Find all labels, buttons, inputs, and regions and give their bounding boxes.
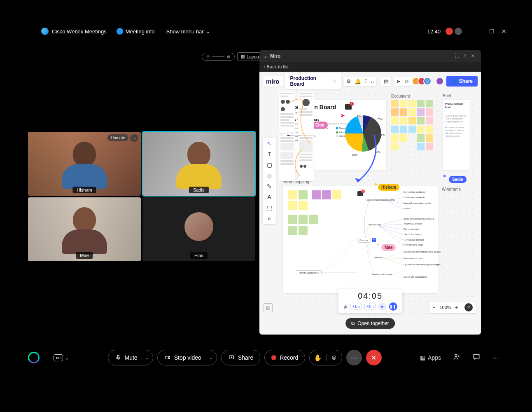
zoom-out-button[interactable]: − [433,305,435,310]
mindmap-leaf[interactable]: Homepage banner [404,239,424,241]
mindmap-branch[interactable]: Product education [372,273,392,276]
participant-tile-hisham[interactable]: Unmute ⋯ Hisham [28,132,141,196]
close-button[interactable]: ✕ [501,28,507,35]
participant-tile-mae[interactable]: Mae [28,197,141,261]
captions-button[interactable]: cc ⌄ [54,354,69,361]
miro-logo[interactable]: miro [263,76,283,87]
help-button[interactable]: ? [464,303,473,311]
timer-pause-button[interactable]: ❚❚ [389,302,397,311]
meeting-info-button[interactable]: Meeting info [126,28,155,35]
mindmap-branch[interactable]: Website [374,256,383,259]
user-avatar[interactable] [436,77,443,85]
app-title: Cisco Webex Meetings [52,28,107,35]
add-node-button[interactable]: + [372,238,376,242]
participants-icon[interactable] [453,353,461,363]
brief-frame[interactable]: Brief Product design brief ▪ Lorem ipsum… [443,100,470,170]
lock-indicator[interactable] [455,28,462,35]
mute-button[interactable]: Mute ⌄ [108,350,153,365]
expand-icon[interactable]: ⛶ [455,53,460,59]
more-options-button[interactable]: ⋯ [346,350,362,365]
panel-close-icon[interactable]: ✕ [471,53,477,59]
popout-icon[interactable]: ↗ [463,53,469,59]
mindmap-branch[interactable]: Positioning and packaging [366,199,394,201]
text-tool-icon[interactable]: T [268,151,271,157]
raise-hand-icon[interactable]: ✋ [314,354,322,362]
sound-icon[interactable]: 🔊 [343,304,348,309]
mindmap-leaf[interactable]: Competitor analysis [404,191,425,193]
reactions-icon[interactable]: ☺ [404,78,409,84]
chevron-down-icon[interactable]: ⌄ [205,356,212,360]
chevron-down-icon[interactable]: ⌄ [141,356,149,360]
recording-indicator[interactable] [446,28,453,35]
mindmap-leaf[interactable]: New suite of docs [404,257,423,260]
mindmap-leaf[interactable]: Updates to onboarding messages [404,263,441,266]
back-to-list-button[interactable]: ‹ Back to list [259,62,481,72]
panel-more-icon[interactable]: ⋯ [492,353,499,362]
collapse-icon[interactable]: ⌄ [264,53,268,59]
stop-video-button[interactable]: Stop video ⌄ [157,350,217,365]
maximize-button[interactable]: ☐ [488,28,495,35]
webex-assistant-icon[interactable] [28,352,40,363]
leave-meeting-button[interactable]: ✕ [366,350,382,365]
mindmap-leaf[interactable]: Internal messaging guide [404,202,431,204]
unmute-button[interactable]: Unmute [107,134,128,141]
shape-tool-icon[interactable]: ◇ [267,172,272,179]
chevron-down-icon: ⌄ [65,355,69,361]
comment-icon[interactable]: 4 [345,104,352,110]
timer-add-5m[interactable]: +5m [364,304,376,309]
mindmap-leaf[interactable]: New landing page [404,243,423,246]
timer-stop-button[interactable]: ■ [378,302,386,311]
minimize-button[interactable]: — [476,28,483,35]
mindmap-frame[interactable]: Mind mapping ➤ Hisham [283,186,438,293]
mindmap-leaf[interactable]: Store announcement results [404,218,434,220]
collaborator-avatars[interactable]: 8 [414,77,432,85]
chevron-down-icon: ⌄ [205,28,210,35]
share-screen-button[interactable]: Share [221,350,260,365]
reactions-icon[interactable]: ☺ [331,354,337,361]
timer-widget[interactable]: 04:05 🔊 +1m +5m ■ ❚❚ [338,289,402,313]
participant-tile-elon[interactable]: Elon [142,197,255,261]
chat-icon[interactable] [472,353,481,363]
sticky-tool-icon[interactable]: ▢ [267,162,272,168]
mindmap-leaf[interactable]: Updates to existing landing pages [404,250,441,253]
mindmap-leaf[interactable]: Cross sell campaigns [404,276,427,278]
comment-icon[interactable]: 3 [357,191,363,196]
bell-icon[interactable]: 🔔 [355,78,361,84]
export-icon[interactable]: ⤴ [364,78,367,84]
share-button[interactable]: 👤 Share [446,76,478,87]
settings-icon[interactable]: ⚙ [346,78,351,84]
zoom-in-button[interactable]: + [455,305,458,310]
star-icon[interactable]: ☆ [333,79,336,84]
miro-canvas[interactable]: Production Board Insights Sales Team Ins… [279,91,478,314]
mindmap-leaf[interactable]: Analyst outreach [404,222,422,225]
timer-add-1m[interactable]: +1m [350,304,362,309]
mindmap-leaf[interactable]: Tier 2/3 outreach [404,233,422,236]
record-button[interactable]: Record [264,350,305,365]
mindmap-root[interactable]: Tactics Worksheet [296,270,322,275]
frame-tool-icon[interactable]: ⬚ [267,204,272,211]
board-name[interactable]: Production Board ☆ [285,73,341,89]
connector-tool-icon[interactable]: A [267,194,271,200]
documents-frame[interactable]: Document [391,100,436,152]
mindmap-node[interactable]: Comms [357,238,371,243]
zoom-level[interactable]: 100% [439,305,451,310]
mindmap-leaf[interactable]: Customer research [404,196,425,199]
more-tools-icon[interactable]: » [268,215,271,222]
mindmap-leaf[interactable]: Tier 1 outreach [404,228,420,230]
mindmap-leaf[interactable]: Notes [404,207,410,210]
video-zoom-slider[interactable]: ⊖ ⊕ [202,53,235,61]
frame-label: Wireframe [442,187,461,192]
apps-icon[interactable]: ▤ [384,78,389,84]
tile-more-button[interactable]: ⋯ [130,134,138,142]
frames-panel-icon[interactable]: ▥ [264,303,273,312]
open-together-button[interactable]: ⧉ Open together [345,318,395,329]
apps-button[interactable]: ▦ Apps [420,354,441,361]
arrow-connector [349,133,382,186]
mindmap-branch[interactable]: Post launch [368,223,380,226]
show-menu-bar-button[interactable]: Show menu bar ⌄ [166,28,210,35]
pen-tool-icon[interactable]: ✎ [267,183,272,190]
select-tool-icon[interactable]: ↖ [267,140,272,147]
search-icon[interactable]: ⌕ [371,78,374,84]
cursor-mode-icon[interactable]: ➤ [396,78,401,84]
participant-tile-sadie[interactable]: Sadie [142,132,255,196]
